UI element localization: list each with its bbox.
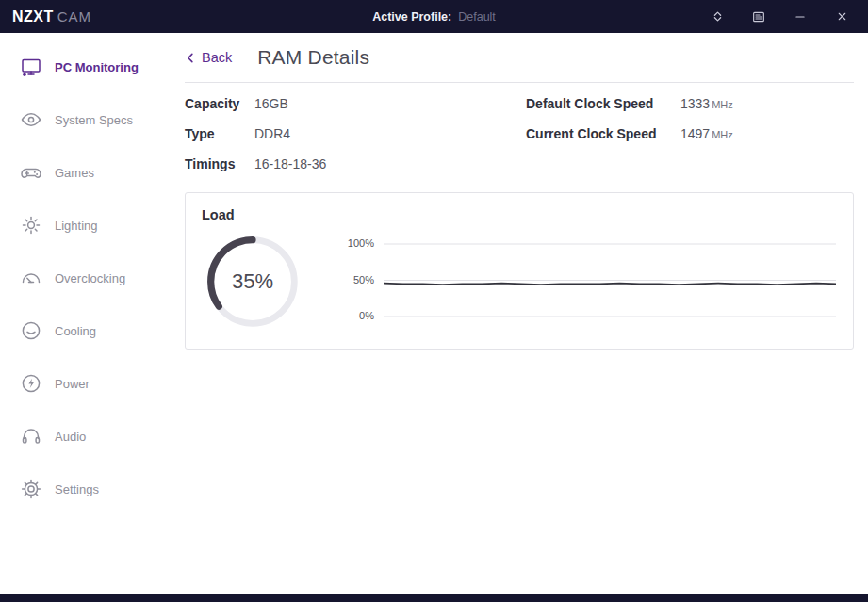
active-profile-label: Active Profile: (372, 10, 451, 24)
ytick-50: 50% (338, 274, 374, 286)
sidebar-item-label: System Specs (55, 113, 133, 127)
sidebar-item-cooling[interactable]: Cooling (0, 304, 170, 357)
load-history-chart: 100% 50% 0% (338, 236, 838, 325)
window-bottom-border (0, 594, 868, 602)
sidebar-item-label: Overclocking (55, 271, 125, 285)
detail-value: DDR4 (254, 126, 290, 141)
app-window: NZXT CAM Active Profile: Default (0, 0, 868, 602)
brand-cam: CAM (57, 8, 91, 24)
detail-row-current-clock: Current Clock Speed 1497 MHz (526, 119, 854, 149)
detail-row-type: Type DDR4 (185, 119, 526, 149)
sidebar-item-label: Audio (55, 430, 86, 444)
ytick-100: 100% (338, 237, 374, 250)
close-button[interactable] (821, 0, 862, 33)
detail-label: Type (185, 126, 254, 141)
active-profile: Active Profile: Default (372, 0, 496, 33)
details-column-right: Default Clock Speed 1333 MHz Current Clo… (526, 89, 854, 179)
sidebar-item-settings[interactable]: Settings (0, 463, 170, 515)
sidebar-item-pc-monitoring[interactable]: PC Monitoring (0, 41, 170, 93)
detail-value-unit: MHz (712, 129, 733, 140)
sidebar-item-label: Lighting (55, 219, 98, 233)
minimize-button[interactable] (779, 0, 821, 33)
load-card-body: 35% 100% 50% 0% (186, 222, 853, 349)
titlebar: NZXT CAM Active Profile: Default (0, 0, 868, 33)
detail-label: Default Clock Speed (526, 96, 680, 111)
eye-icon (20, 108, 42, 131)
main-content: Back RAM Details Capacity 16GB Type DDR4… (170, 33, 868, 594)
detail-value: 1333 MHz (680, 96, 733, 111)
detail-label: Current Clock Speed (526, 126, 680, 141)
news-feed-icon[interactable] (738, 0, 779, 33)
ytick-0: 0% (338, 310, 374, 322)
chevron-left-icon (185, 52, 197, 64)
sidebar: PC Monitoring System Specs (0, 33, 170, 594)
detail-value: 16-18-18-36 (254, 156, 326, 171)
detail-label: Timings (185, 156, 254, 171)
headphones-icon (20, 425, 42, 447)
active-profile-value[interactable]: Default (458, 10, 496, 24)
sidebar-item-label: Cooling (55, 324, 96, 338)
titlebar-actions (696, 0, 862, 33)
sidebar-item-label: Games (55, 166, 94, 180)
sidebar-item-label: Power (55, 377, 90, 391)
gamepad-icon (20, 161, 42, 184)
sidebar-item-games[interactable]: Games (0, 146, 170, 199)
brand-nzxt: NZXT (12, 8, 54, 25)
sidebar-item-power[interactable]: Power (0, 357, 170, 410)
content-header: Back RAM Details (185, 33, 854, 83)
load-gauge: 35% (203, 232, 303, 332)
sidebar-item-label: Settings (55, 482, 99, 496)
load-card: Load 35% 100% 50% 0% (185, 192, 854, 350)
detail-value: 16GB (254, 96, 288, 111)
detail-value-unit: MHz (712, 99, 733, 110)
load-card-title: Load (186, 193, 853, 222)
brightness-icon (20, 214, 42, 236)
app-logo: NZXT CAM (12, 8, 91, 25)
gauge-percent-label: 35% (203, 232, 303, 332)
page-title: RAM Details (257, 46, 369, 69)
gear-icon (20, 478, 42, 500)
detail-row-capacity: Capacity 16GB (185, 89, 526, 119)
detail-value-number: 1497 (680, 126, 710, 141)
detail-value-number: 1333 (680, 96, 710, 111)
cooling-icon (20, 319, 42, 342)
power-bolt-icon (20, 372, 42, 395)
load-series-line (384, 284, 836, 285)
sidebar-item-lighting[interactable]: Lighting (0, 199, 170, 252)
swap-vertical-icon[interactable] (696, 0, 738, 33)
ram-details: Capacity 16GB Type DDR4 Timings 16-18-18… (185, 83, 854, 179)
back-button[interactable]: Back (185, 50, 232, 65)
load-plot (384, 236, 836, 321)
sidebar-item-overclocking[interactable]: Overclocking (0, 252, 170, 304)
detail-row-default-clock: Default Clock Speed 1333 MHz (526, 89, 854, 119)
back-label: Back (202, 50, 232, 65)
speedometer-icon (20, 267, 42, 289)
detail-label: Capacity (185, 96, 254, 111)
detail-value: 1497 MHz (680, 126, 733, 141)
sidebar-item-audio[interactable]: Audio (0, 410, 170, 463)
monitor-icon (20, 56, 42, 78)
detail-row-timings: Timings 16-18-18-36 (185, 149, 526, 179)
details-column-left: Capacity 16GB Type DDR4 Timings 16-18-18… (185, 89, 526, 179)
sidebar-item-system-specs[interactable]: System Specs (0, 93, 170, 146)
sidebar-item-label: PC Monitoring (55, 60, 139, 74)
